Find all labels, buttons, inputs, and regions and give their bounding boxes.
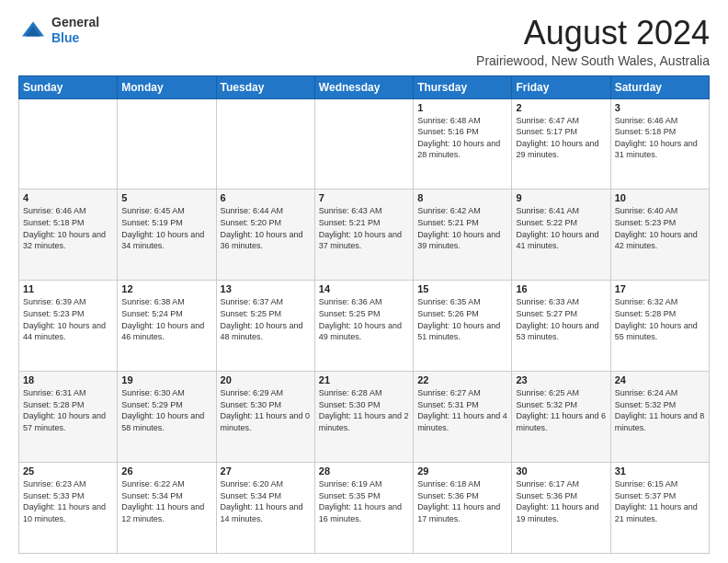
day-number: 30 — [516, 465, 606, 477]
day-cell: 22Sunrise: 6:27 AMSunset: 5:31 PMDayligh… — [414, 372, 512, 463]
day-cell: 18Sunrise: 6:31 AMSunset: 5:28 PMDayligh… — [19, 372, 118, 463]
day-info: Sunrise: 6:48 AMSunset: 5:16 PMDaylight:… — [417, 115, 507, 161]
day-number: 17 — [615, 283, 705, 294]
calendar-table: SundayMondayTuesdayWednesdayThursdayFrid… — [18, 75, 710, 554]
day-number: 22 — [417, 374, 507, 385]
day-cell: 13Sunrise: 6:37 AMSunset: 5:25 PMDayligh… — [216, 281, 314, 372]
col-header-tuesday: Tuesday — [216, 75, 314, 98]
day-info: Sunrise: 6:42 AMSunset: 5:21 PMDaylight:… — [417, 205, 507, 251]
day-number: 5 — [121, 192, 211, 203]
day-info: Sunrise: 6:32 AMSunset: 5:28 PMDaylight:… — [615, 296, 705, 342]
col-header-wednesday: Wednesday — [314, 75, 413, 98]
page: General Blue August 2024 Prairiewood, Ne… — [0, 0, 728, 563]
day-cell: 15Sunrise: 6:35 AMSunset: 5:26 PMDayligh… — [414, 281, 512, 372]
day-info: Sunrise: 6:27 AMSunset: 5:31 PMDaylight:… — [417, 387, 507, 433]
header: General Blue August 2024 Prairiewood, Ne… — [18, 15, 710, 68]
month-year: August 2024 — [476, 15, 710, 52]
col-header-friday: Friday — [512, 75, 610, 98]
day-info: Sunrise: 6:43 AMSunset: 5:21 PMDaylight:… — [319, 205, 409, 251]
week-row-4: 18Sunrise: 6:31 AMSunset: 5:28 PMDayligh… — [19, 372, 710, 463]
col-header-sunday: Sunday — [19, 75, 118, 98]
col-header-monday: Monday — [118, 75, 216, 98]
logo-icon — [18, 16, 48, 45]
day-number: 24 — [615, 374, 705, 385]
day-number: 25 — [23, 465, 113, 477]
day-number: 3 — [615, 102, 705, 113]
day-cell: 12Sunrise: 6:38 AMSunset: 5:24 PMDayligh… — [118, 281, 216, 372]
day-number: 23 — [516, 374, 606, 385]
day-cell: 31Sunrise: 6:15 AMSunset: 5:37 PMDayligh… — [610, 463, 709, 554]
day-info: Sunrise: 6:25 AMSunset: 5:32 PMDaylight:… — [516, 387, 606, 433]
day-number: 18 — [23, 374, 113, 385]
day-number: 10 — [615, 192, 705, 203]
day-number: 31 — [615, 465, 705, 477]
day-number: 12 — [121, 283, 211, 294]
day-info: Sunrise: 6:39 AMSunset: 5:23 PMDaylight:… — [23, 296, 113, 342]
day-info: Sunrise: 6:35 AMSunset: 5:26 PMDaylight:… — [417, 296, 507, 342]
day-number: 15 — [417, 283, 507, 294]
location: Prairiewood, New South Wales, Australia — [476, 53, 710, 68]
day-cell: 17Sunrise: 6:32 AMSunset: 5:28 PMDayligh… — [610, 281, 709, 372]
day-cell: 8Sunrise: 6:42 AMSunset: 5:21 PMDaylight… — [414, 190, 512, 281]
day-cell: 29Sunrise: 6:18 AMSunset: 5:36 PMDayligh… — [414, 463, 512, 554]
day-cell: 25Sunrise: 6:23 AMSunset: 5:33 PMDayligh… — [19, 463, 118, 554]
day-cell: 4Sunrise: 6:46 AMSunset: 5:18 PMDaylight… — [19, 190, 118, 281]
day-cell: 10Sunrise: 6:40 AMSunset: 5:23 PMDayligh… — [610, 190, 709, 281]
day-info: Sunrise: 6:38 AMSunset: 5:24 PMDaylight:… — [121, 296, 211, 342]
day-cell — [216, 98, 314, 190]
day-info: Sunrise: 6:46 AMSunset: 5:18 PMDaylight:… — [615, 115, 705, 161]
day-info: Sunrise: 6:41 AMSunset: 5:22 PMDaylight:… — [516, 205, 606, 251]
logo-blue: Blue — [51, 30, 79, 45]
day-number: 8 — [417, 192, 507, 203]
day-cell: 11Sunrise: 6:39 AMSunset: 5:23 PMDayligh… — [19, 281, 118, 372]
day-info: Sunrise: 6:40 AMSunset: 5:23 PMDaylight:… — [615, 205, 705, 251]
week-row-3: 11Sunrise: 6:39 AMSunset: 5:23 PMDayligh… — [19, 281, 710, 372]
logo: General Blue — [18, 15, 99, 46]
day-info: Sunrise: 6:44 AMSunset: 5:20 PMDaylight:… — [221, 205, 311, 251]
day-cell: 16Sunrise: 6:33 AMSunset: 5:27 PMDayligh… — [512, 281, 610, 372]
day-info: Sunrise: 6:17 AMSunset: 5:36 PMDaylight:… — [516, 478, 606, 524]
day-number: 28 — [319, 465, 409, 477]
day-cell: 1Sunrise: 6:48 AMSunset: 5:16 PMDaylight… — [414, 98, 512, 190]
logo-text: General Blue — [51, 15, 99, 46]
day-cell: 9Sunrise: 6:41 AMSunset: 5:22 PMDaylight… — [512, 190, 610, 281]
day-cell: 28Sunrise: 6:19 AMSunset: 5:35 PMDayligh… — [314, 463, 413, 554]
logo-general: General — [51, 15, 99, 29]
week-row-5: 25Sunrise: 6:23 AMSunset: 5:33 PMDayligh… — [19, 463, 710, 554]
day-number: 19 — [121, 374, 211, 385]
day-cell: 2Sunrise: 6:47 AMSunset: 5:17 PMDaylight… — [512, 98, 610, 190]
day-info: Sunrise: 6:37 AMSunset: 5:25 PMDaylight:… — [221, 296, 311, 342]
day-number: 27 — [221, 465, 311, 477]
day-number: 20 — [221, 374, 311, 385]
day-info: Sunrise: 6:18 AMSunset: 5:36 PMDaylight:… — [417, 478, 507, 524]
day-cell — [19, 98, 118, 190]
day-number: 16 — [516, 283, 606, 294]
day-cell: 19Sunrise: 6:30 AMSunset: 5:29 PMDayligh… — [118, 372, 216, 463]
col-header-thursday: Thursday — [414, 75, 512, 98]
day-info: Sunrise: 6:45 AMSunset: 5:19 PMDaylight:… — [121, 205, 211, 251]
day-cell: 24Sunrise: 6:24 AMSunset: 5:32 PMDayligh… — [610, 372, 709, 463]
day-info: Sunrise: 6:47 AMSunset: 5:17 PMDaylight:… — [516, 115, 606, 161]
day-cell: 14Sunrise: 6:36 AMSunset: 5:25 PMDayligh… — [314, 281, 413, 372]
day-number: 26 — [121, 465, 211, 477]
day-info: Sunrise: 6:23 AMSunset: 5:33 PMDaylight:… — [23, 478, 113, 524]
day-cell: 21Sunrise: 6:28 AMSunset: 5:30 PMDayligh… — [314, 372, 413, 463]
title-block: August 2024 Prairiewood, New South Wales… — [476, 15, 710, 68]
calendar-header-row: SundayMondayTuesdayWednesdayThursdayFrid… — [19, 75, 710, 98]
day-number: 2 — [516, 102, 606, 113]
day-cell — [314, 98, 413, 190]
day-info: Sunrise: 6:46 AMSunset: 5:18 PMDaylight:… — [23, 205, 113, 251]
day-cell: 23Sunrise: 6:25 AMSunset: 5:32 PMDayligh… — [512, 372, 610, 463]
day-cell: 7Sunrise: 6:43 AMSunset: 5:21 PMDaylight… — [314, 190, 413, 281]
day-number: 9 — [516, 192, 606, 203]
day-info: Sunrise: 6:33 AMSunset: 5:27 PMDaylight:… — [516, 296, 606, 342]
day-number: 6 — [221, 192, 311, 203]
day-number: 11 — [23, 283, 113, 294]
day-info: Sunrise: 6:20 AMSunset: 5:34 PMDaylight:… — [221, 478, 311, 524]
day-number: 14 — [319, 283, 409, 294]
week-row-2: 4Sunrise: 6:46 AMSunset: 5:18 PMDaylight… — [19, 190, 710, 281]
day-info: Sunrise: 6:30 AMSunset: 5:29 PMDaylight:… — [121, 387, 211, 433]
day-info: Sunrise: 6:28 AMSunset: 5:30 PMDaylight:… — [319, 387, 409, 433]
day-cell: 30Sunrise: 6:17 AMSunset: 5:36 PMDayligh… — [512, 463, 610, 554]
day-cell: 5Sunrise: 6:45 AMSunset: 5:19 PMDaylight… — [118, 190, 216, 281]
